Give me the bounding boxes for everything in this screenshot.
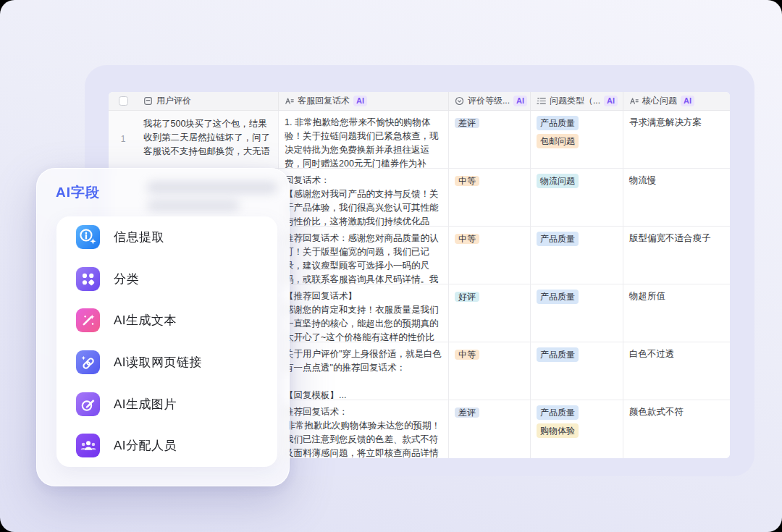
menu-item-ai-generate-image[interactable]: AI生成图片 <box>56 383 277 425</box>
select-all-checkbox[interactable] <box>119 96 128 106</box>
menu-item-label: AI分配人员 <box>114 437 177 454</box>
core-issue-cell[interactable]: 物流慢 <box>623 169 730 226</box>
issue-type-badge: 产品质量 <box>537 405 579 420</box>
row-number[interactable]: 1 <box>109 111 138 168</box>
ai-generate-text-icon <box>76 308 100 332</box>
rating-badge: 中等 <box>455 234 479 244</box>
rating-cell[interactable]: 中等 <box>449 342 531 400</box>
ai-column-badge: AI <box>604 96 618 106</box>
table-row: 1 我花了500块买了这个包，结果收到第二天居然拉链坏了，问了客服说不支持包邮换… <box>109 111 730 169</box>
column-header-issue-type[interactable]: 问题类型（... AI <box>531 92 623 110</box>
menu-item-label: 分类 <box>114 271 139 287</box>
issue-type-cell[interactable]: 产品质量 <box>531 284 623 342</box>
issue-type-badge: 包邮问题 <box>537 134 579 148</box>
rating-cell[interactable]: 差评 <box>449 111 531 168</box>
rating-cell[interactable]: 好评 <box>449 284 531 342</box>
issue-type-cell[interactable]: 物流问题 <box>531 169 623 226</box>
core-issue-cell[interactable]: 物超所值 <box>623 284 730 342</box>
column-label: 客服回复话术 <box>298 95 350 107</box>
column-label: 评价等级... <box>468 95 510 107</box>
core-issue-cell[interactable]: 版型偏宽不适合瘦子 <box>623 227 730 284</box>
ai-assign-people-icon <box>76 434 100 457</box>
column-header-rating-level[interactable]: 评价等级... AI <box>449 92 531 110</box>
issue-type-badge: 产品质量 <box>537 347 579 362</box>
menu-item-label: AI生成图片 <box>114 396 177 413</box>
rating-badge: 好评 <box>455 292 479 302</box>
issue-type-badge: 产品质量 <box>537 232 579 246</box>
user-review-cell[interactable]: 我花了500块买了这个包，结果收到第二天居然拉链坏了，问了客服说不支持包邮换货，… <box>138 111 279 168</box>
table-header-row: 用户评价 客服回复话术 AI 评价等级... AI <box>109 92 730 111</box>
rating-cell[interactable]: 差评 <box>449 400 531 458</box>
ai-generate-image-icon <box>76 392 100 416</box>
blurred-text-ghost <box>147 182 277 193</box>
ai-fields-panel: AI字段 信息提取 <box>36 168 290 486</box>
issue-type-badge: 产品质量 <box>537 290 579 304</box>
column-label: 用户评价 <box>156 95 191 107</box>
column-header-reply-script[interactable]: 客服回复话术 AI <box>279 92 449 110</box>
rating-badge: 中等 <box>455 350 479 360</box>
menu-item-label: AI读取网页链接 <box>114 354 202 371</box>
ai-read-link-icon <box>76 350 100 374</box>
core-issue-cell[interactable]: 寻求满意解决方案 <box>623 111 730 168</box>
menu-item-label: 信息提取 <box>114 229 164 245</box>
issue-type-cell[interactable]: 产品质量 <box>531 342 623 400</box>
reply-script-cell[interactable]: 推荐回复话术： '非常抱歉此次购物体验未达您的预期！我们已注意到您反馈的色差、款… <box>279 400 449 458</box>
ai-fields-menu: 信息提取 分类 <box>56 216 277 467</box>
ai-fields-panel-title: AI字段 <box>56 183 100 202</box>
issue-type-cell[interactable]: 产品质量 购物体验 <box>531 400 623 458</box>
menu-item-ai-read-link[interactable]: AI读取网页链接 <box>56 342 277 384</box>
classify-icon <box>76 267 100 291</box>
column-label: 核心问题 <box>642 95 677 107</box>
rating-cell[interactable]: 中等 <box>449 169 531 226</box>
text-cell-icon <box>143 96 153 106</box>
rating-badge: 差评 <box>455 408 479 418</box>
menu-item-ai-generate-text[interactable]: AI生成文本 <box>56 300 277 342</box>
info-extract-icon <box>76 225 100 249</box>
ai-column-badge: AI <box>353 96 367 106</box>
menu-item-classify[interactable]: 分类 <box>56 258 277 300</box>
reply-script-cell[interactable]: 【推荐回复话术】 感谢您的肯定和支持！衣服质量是我们一直坚持的核心，能超出您的预… <box>279 284 449 342</box>
rating-badge: 差评 <box>455 118 479 128</box>
ai-column-badge: AI <box>681 96 694 106</box>
ai-column-badge: AI <box>513 96 527 106</box>
menu-item-label: AI生成文本 <box>114 312 177 329</box>
menu-item-info-extract[interactable]: 信息提取 <box>56 216 277 258</box>
reply-script-cell[interactable]: 回复话术： 【感谢您对我司产品的支持与反馈！关于产品体验，我们很高兴您认可其性能… <box>279 169 449 226</box>
column-header-user-review[interactable]: 用户评价 <box>138 92 279 110</box>
screen-background: 用户评价 客服回复话术 AI 评价等级... AI <box>0 0 782 532</box>
issue-type-cell[interactable]: 产品质量 包邮问题 <box>531 111 623 168</box>
column-label: 问题类型（... <box>550 95 600 107</box>
issue-type-cell[interactable]: 产品质量 <box>531 227 623 284</box>
menu-item-ai-assign-people[interactable]: AI分配人员 <box>56 425 277 467</box>
core-issue-cell[interactable]: 颜色款式不符 <box>623 400 730 458</box>
rating-badge: 中等 <box>455 176 479 186</box>
select-all-cell[interactable] <box>109 92 138 110</box>
issue-type-badge: 购物体验 <box>537 423 579 438</box>
issue-type-badge: 物流问题 <box>537 174 579 188</box>
single-select-icon <box>455 96 464 106</box>
ai-text-icon <box>285 96 294 106</box>
core-issue-cell[interactable]: 白色不过透 <box>623 342 730 400</box>
reply-script-cell[interactable]: 1. 非常抱歉给您带来不愉快的购物体验！关于拉链问题我们已紧急核查，现决定特批为… <box>279 111 449 168</box>
reply-script-cell[interactable]: 推荐回复话术：感谢您对商品质量的认可！关于版型偏宽的问题，我们已记录，建议瘦型顾… <box>279 227 449 284</box>
reply-script-cell[interactable]: 关于用户评价"穿上身很舒适，就是白色有一点点透"的推荐回复话术： 【回复模板】.… <box>279 342 449 400</box>
issue-type-badge: 产品质量 <box>537 116 579 130</box>
rating-cell[interactable]: 中等 <box>449 227 531 284</box>
blurred-text-ghost <box>147 200 240 211</box>
multi-select-icon <box>537 96 546 106</box>
ai-text-icon <box>629 96 639 106</box>
column-header-core-issue[interactable]: 核心问题 AI <box>623 92 730 110</box>
